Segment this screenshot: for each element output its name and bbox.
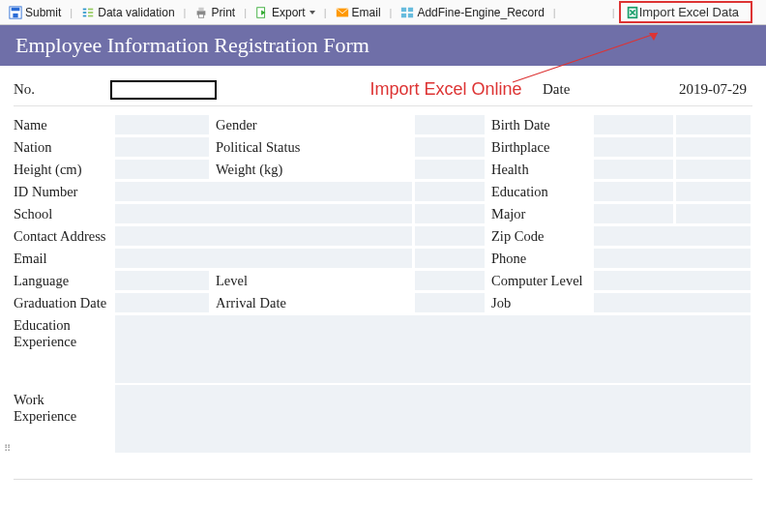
birthdate-label: Birth Date xyxy=(487,114,594,136)
education-label: Education xyxy=(487,181,594,203)
email-icon xyxy=(336,6,349,19)
export-icon xyxy=(255,6,269,19)
complevel-input[interactable] xyxy=(594,271,751,290)
idnum-extra[interactable] xyxy=(415,182,485,201)
job-input[interactable] xyxy=(594,293,751,312)
svg-rect-14 xyxy=(401,7,406,11)
email-input[interactable] xyxy=(115,249,412,268)
level-label: Level xyxy=(212,270,289,292)
height-label: Height (cm) xyxy=(14,159,115,181)
photo-box-1[interactable] xyxy=(676,115,751,134)
email-button[interactable]: Email xyxy=(331,4,386,21)
submit-label: Submit xyxy=(25,6,61,19)
eduexp-input[interactable] xyxy=(115,315,751,383)
import-label: Import Excel Data xyxy=(639,5,739,19)
form-area: No. Import Excel Online Date 2019-07-29 … xyxy=(0,66,766,467)
name-label: Name xyxy=(14,114,115,136)
phone-label: Phone xyxy=(487,248,594,270)
validation-icon xyxy=(81,6,95,19)
separator: | xyxy=(610,7,617,18)
birthdate-input[interactable] xyxy=(594,115,673,134)
top-row: No. Import Excel Online Date 2019-07-29 xyxy=(14,74,752,106)
political-label: Political Status xyxy=(212,136,415,159)
svg-rect-16 xyxy=(401,13,406,16)
language-label: Language xyxy=(14,270,115,292)
school-extra[interactable] xyxy=(415,204,485,223)
form-grid: Name Gender Birth Date Nation Political … xyxy=(14,114,752,454)
validation-label: Data validation xyxy=(98,6,174,19)
weight-label: Weight (kg) xyxy=(212,159,415,181)
date-label: Date xyxy=(543,81,636,98)
workexp-input[interactable] xyxy=(115,385,751,453)
submit-button[interactable]: Submit xyxy=(4,4,66,21)
addfine-button[interactable]: AddFine-Engine_Record xyxy=(396,4,548,21)
photo-box-4[interactable] xyxy=(676,182,751,201)
level-input[interactable] xyxy=(415,271,485,290)
gender-input[interactable] xyxy=(415,115,485,134)
health-input[interactable] xyxy=(594,160,673,179)
addfine-label: AddFine-Engine_Record xyxy=(417,6,544,19)
school-label: School xyxy=(14,203,115,225)
svg-rect-1 xyxy=(12,7,20,11)
excel-icon xyxy=(626,6,639,19)
arrival-label: Arrival Date xyxy=(212,292,415,314)
svg-rect-8 xyxy=(88,15,93,16)
gender-label: Gender xyxy=(212,114,415,136)
toolbar: Submit | Data validation | Print | Expor… xyxy=(0,0,766,25)
photo-box-2[interactable] xyxy=(676,137,751,157)
svg-rect-6 xyxy=(88,8,93,10)
contact-input[interactable] xyxy=(115,226,412,246)
complevel-label: Computer Level xyxy=(487,270,594,292)
job-label: Job xyxy=(487,292,594,314)
separator: | xyxy=(68,7,74,18)
phone-input[interactable] xyxy=(594,249,751,268)
separator: | xyxy=(388,7,395,18)
name-input[interactable] xyxy=(115,115,209,134)
separator: | xyxy=(551,7,558,18)
data-validation-button[interactable]: Data validation xyxy=(76,4,179,21)
height-input[interactable] xyxy=(115,160,209,179)
contact-extra[interactable] xyxy=(415,226,485,246)
major-label: Major xyxy=(487,203,594,225)
annotation-text: Import Excel Online xyxy=(349,79,543,100)
education-input[interactable] xyxy=(594,182,673,201)
bottom-rule xyxy=(14,479,752,480)
import-excel-button[interactable]: Import Excel Data xyxy=(619,1,752,23)
email-extra[interactable] xyxy=(415,249,485,268)
drag-handle-icon[interactable]: ⠿ xyxy=(4,443,9,454)
save-icon xyxy=(9,6,22,19)
no-input[interactable] xyxy=(110,80,217,100)
svg-rect-10 xyxy=(199,7,204,11)
print-button[interactable]: Print xyxy=(190,4,240,21)
graddate-label: Graduation Date xyxy=(14,292,115,314)
health-label: Health xyxy=(487,159,594,181)
separator: | xyxy=(182,7,189,18)
svg-rect-15 xyxy=(408,7,413,11)
print-label: Print xyxy=(211,6,235,19)
major-input[interactable] xyxy=(594,204,673,223)
email-label: Email xyxy=(14,248,115,270)
graddate-input[interactable] xyxy=(115,293,209,312)
school-input[interactable] xyxy=(115,204,412,223)
idnum-label: ID Number xyxy=(14,181,115,203)
date-value: 2019-07-29 xyxy=(636,81,752,98)
weight-input[interactable] xyxy=(415,160,485,179)
birthplace-label: Birthplace xyxy=(487,136,594,159)
language-input[interactable] xyxy=(115,271,209,290)
workexp-label-1: Work xyxy=(14,392,111,408)
arrival-input[interactable] xyxy=(415,293,485,312)
zip-input[interactable] xyxy=(594,226,751,246)
separator: | xyxy=(322,7,329,18)
birthplace-input[interactable] xyxy=(594,137,673,157)
export-button[interactable]: Export xyxy=(250,4,320,21)
photo-box-3[interactable] xyxy=(676,160,751,179)
separator: | xyxy=(242,7,249,18)
contact-label: Contact Address xyxy=(14,225,115,248)
svg-rect-4 xyxy=(83,12,87,14)
nation-input[interactable] xyxy=(115,137,209,157)
svg-rect-11 xyxy=(199,14,204,17)
photo-box-5[interactable] xyxy=(676,204,751,223)
idnum-input[interactable] xyxy=(115,182,412,201)
page-title: Employee Information Registration Form xyxy=(0,25,766,66)
political-input[interactable] xyxy=(415,137,485,157)
